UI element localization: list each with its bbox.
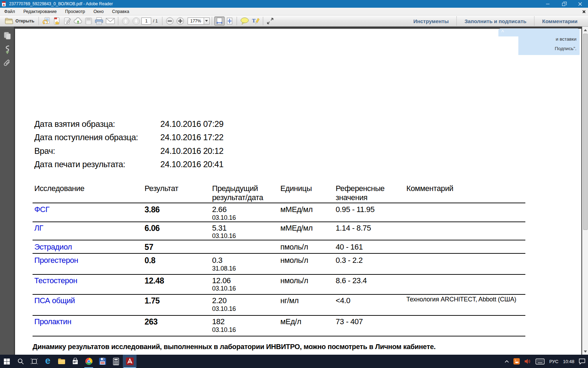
page-total-label: / 1 <box>153 19 158 23</box>
export-pdf-button[interactable] <box>41 16 51 26</box>
restore-button[interactable] <box>556 0 572 8</box>
menu-view[interactable]: Просмотр <box>61 8 89 15</box>
print-icon <box>94 17 104 25</box>
folder-icon <box>5 18 13 24</box>
edge-button[interactable]: e <box>41 355 55 368</box>
file-explorer-button[interactable] <box>55 355 68 368</box>
clock[interactable]: 10:48 <box>563 359 574 364</box>
date-value: 24.10.2016 20:12 <box>160 146 223 156</box>
vertical-scrollbar[interactable] <box>582 27 588 355</box>
tray-expand-button[interactable] <box>505 360 509 363</box>
previous-result-date: 03.10.16 <box>212 305 236 313</box>
keyboard-tray-icon[interactable] <box>536 359 545 364</box>
date-label: Дата печати результата: <box>34 159 125 169</box>
attachments-panel-button[interactable] <box>0 60 14 68</box>
result-value: 57 <box>145 243 153 252</box>
close-icon <box>578 2 582 6</box>
menu-file[interactable]: Файл <box>0 8 19 15</box>
page-number-input[interactable]: 1 <box>141 18 151 25</box>
signature-icon <box>4 45 11 54</box>
hint-text-line: Подпись". <box>555 46 576 51</box>
units: нг/мл <box>280 296 299 305</box>
paperclip-icon <box>3 60 12 68</box>
comment-button[interactable] <box>239 16 250 26</box>
test-name-link[interactable]: ЛГ <box>34 224 43 233</box>
menu-edit[interactable]: Редактирование <box>19 8 61 15</box>
units: мМЕд/мл <box>280 224 313 233</box>
test-name-link[interactable]: ФСГ <box>34 205 49 214</box>
action-center-button[interactable] <box>579 359 585 364</box>
chevron-up-icon: ^ <box>501 29 504 35</box>
previous-page-button[interactable] <box>120 16 131 26</box>
highlight-text-button[interactable]: T <box>250 16 261 26</box>
language-indicator[interactable]: РУС <box>549 359 558 364</box>
minimize-button[interactable] <box>540 0 556 8</box>
adobe-reader-button[interactable] <box>123 355 136 368</box>
calculator-button[interactable] <box>109 355 123 368</box>
scroll-down-button[interactable] <box>582 348 588 354</box>
search-button[interactable] <box>14 355 27 368</box>
fullscreen-button[interactable] <box>265 16 275 26</box>
next-page-button[interactable] <box>131 16 141 26</box>
save-button[interactable] <box>84 16 93 26</box>
signatures-panel-button[interactable] <box>0 45 14 54</box>
open-button[interactable]: Открыть <box>3 16 36 26</box>
test-name-link[interactable]: Эстрадиол <box>34 243 72 252</box>
scrollbar-thumb[interactable] <box>583 34 588 230</box>
toolbar-separator <box>263 17 263 25</box>
result-value: 0.8 <box>145 256 155 265</box>
fit-page-icon <box>226 17 233 25</box>
test-name-link[interactable]: Тестостерон <box>34 276 77 285</box>
menu-window[interactable]: Окно <box>89 8 108 15</box>
page-thumbnails-button[interactable] <box>0 32 14 40</box>
sign-document-button[interactable] <box>62 16 72 26</box>
zoom-in-button[interactable] <box>175 16 186 26</box>
date-label: Дата взятия образца: <box>34 119 115 129</box>
floppy-app-button[interactable] <box>96 355 109 368</box>
store-button[interactable] <box>68 355 82 368</box>
zoom-level-input[interactable]: 177% <box>188 18 204 25</box>
windows-taskbar: e РУС 10:48 <box>0 355 588 368</box>
java-update-tray-icon[interactable] <box>513 358 520 364</box>
file-explorer-icon <box>58 358 65 364</box>
column-header: Референсные значения <box>336 184 388 202</box>
comments-pane-button[interactable]: Комментарии <box>534 16 585 26</box>
test-name-link[interactable]: Прогестерон <box>34 256 78 265</box>
table-rule <box>33 315 525 316</box>
scrolling-mode-button[interactable] <box>214 16 225 26</box>
page-up-icon <box>121 17 130 25</box>
menu-help[interactable]: Справка <box>108 8 133 15</box>
scroll-up-button[interactable] <box>582 27 588 33</box>
close-button[interactable] <box>572 0 588 8</box>
volume-tray-icon[interactable] <box>524 359 531 364</box>
task-view-icon <box>31 359 38 364</box>
task-view-button[interactable] <box>27 355 41 368</box>
send-cloud-button[interactable] <box>72 16 84 26</box>
sign-document-icon <box>63 17 71 25</box>
fill-sign-pane-button[interactable]: Заполнить и подписать <box>457 16 534 26</box>
zoom-out-button[interactable] <box>164 16 175 26</box>
reference-range: 0.95 - 11.95 <box>336 205 374 214</box>
reference-range: <4.0 <box>336 296 350 305</box>
previous-result: 182 <box>212 317 225 326</box>
units: мМЕд/мл <box>280 205 313 214</box>
toolbar-separator <box>118 17 118 25</box>
hint-text-line: и вставки <box>556 36 576 42</box>
svg-text:T: T <box>252 18 255 23</box>
pane-close-button[interactable] <box>581 9 587 14</box>
tools-pane-button[interactable]: Инструменты <box>406 16 456 26</box>
test-name-link[interactable]: ПСА общий <box>34 296 75 305</box>
test-name-link[interactable]: Пролактин <box>34 317 71 326</box>
footer-note: Динамику результатов исследований, выпол… <box>33 343 436 351</box>
create-pdf-button[interactable] <box>51 16 62 26</box>
previous-result: 2.20 <box>212 296 226 305</box>
fit-page-button[interactable] <box>225 16 234 26</box>
date-label: Дата поступления образца: <box>34 132 138 142</box>
date-value: 24.10.2016 17:22 <box>160 132 223 142</box>
fit-width-icon <box>216 17 223 25</box>
email-button[interactable] <box>105 16 116 26</box>
chrome-button[interactable] <box>82 355 96 368</box>
print-button[interactable] <box>93 16 105 26</box>
start-button[interactable] <box>0 355 14 368</box>
zoom-dropdown-button[interactable] <box>204 18 210 25</box>
